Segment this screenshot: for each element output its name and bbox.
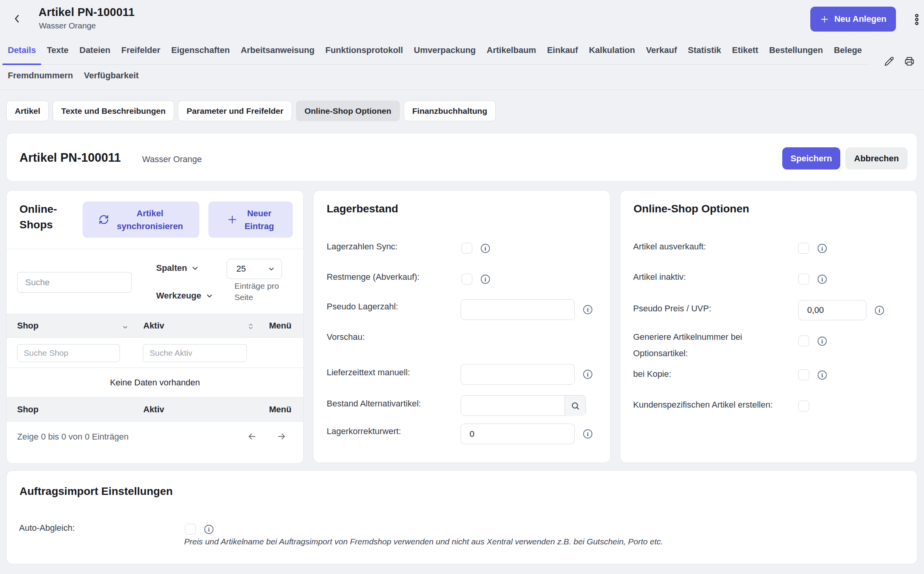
svg-text:i: i <box>484 276 486 282</box>
svg-text:i: i <box>821 276 823 282</box>
svg-text:i: i <box>821 371 823 378</box>
svg-text:i: i <box>484 245 486 251</box>
svg-text:i: i <box>878 307 880 313</box>
svg-text:i: i <box>821 337 823 344</box>
svg-text:i: i <box>208 526 210 532</box>
svg-text:i: i <box>587 306 589 313</box>
svg-text:i: i <box>821 245 823 251</box>
svg-text:i: i <box>587 371 589 378</box>
svg-text:i: i <box>587 431 589 437</box>
